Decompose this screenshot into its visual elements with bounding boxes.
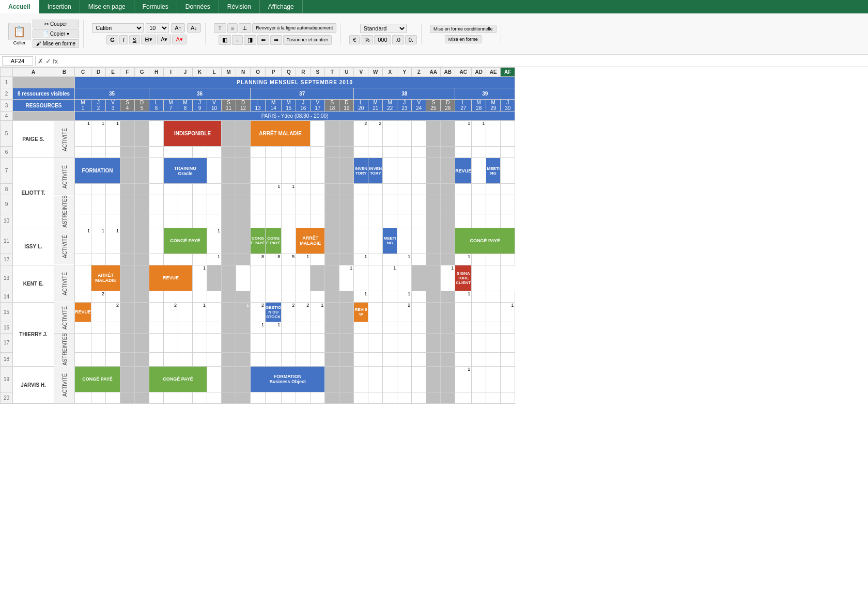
wrap-text-button[interactable]: Renvoyer à la ligne automatiquement: [252, 23, 336, 33]
dec-inc-button[interactable]: .0: [392, 35, 404, 44]
r12i: [164, 254, 178, 265]
italic-button[interactable]: I: [119, 35, 128, 44]
paige-d27[interactable]: 1: [455, 121, 472, 147]
currency-button[interactable]: €: [349, 35, 360, 44]
col-s[interactable]: S: [311, 68, 325, 77]
couper-button[interactable]: ✂ Couper: [33, 20, 79, 28]
paige-d1[interactable]: 1: [75, 121, 91, 147]
paige-d23[interactable]: [397, 121, 412, 147]
col-y[interactable]: Y: [397, 68, 412, 77]
tab-affichage[interactable]: Affichage: [260, 0, 303, 13]
col-h[interactable]: H: [149, 68, 164, 77]
cell-reference[interactable]: [2, 56, 33, 66]
dec-dec-button[interactable]: 0.: [405, 35, 417, 44]
col-n[interactable]: N: [236, 68, 251, 77]
paige-d6[interactable]: [149, 121, 164, 147]
col-p[interactable]: P: [266, 68, 282, 77]
percent-button[interactable]: %: [361, 35, 373, 44]
r7x: [383, 158, 397, 184]
r11l[interactable]: 1: [207, 228, 222, 254]
align-bottom[interactable]: ⊥: [239, 23, 251, 33]
r18ac: [455, 352, 472, 366]
col-l[interactable]: L: [207, 68, 222, 77]
col-c[interactable]: C: [75, 68, 91, 77]
merge-center-button[interactable]: Fusionner et centrer: [283, 35, 332, 45]
col-ab[interactable]: AB: [441, 68, 455, 77]
tab-accueil[interactable]: Accueil: [0, 0, 39, 13]
paige-d17[interactable]: [311, 121, 325, 147]
r13af: [486, 265, 501, 291]
format-select[interactable]: Standard: [360, 24, 407, 33]
paige-d2[interactable]: 1: [91, 121, 106, 147]
col-b[interactable]: B: [54, 68, 75, 77]
align-center[interactable]: ≡: [232, 35, 242, 45]
col-ad[interactable]: AD: [472, 68, 486, 77]
paige-d28[interactable]: 1: [472, 121, 486, 147]
mise-en-forme-button[interactable]: 🖌 Mise en forme: [33, 39, 79, 48]
col-af[interactable]: AF: [501, 68, 515, 77]
paige-d24[interactable]: [412, 121, 426, 147]
r10ab: [441, 214, 455, 228]
border-button[interactable]: ⊞▾: [141, 35, 156, 44]
font-size-select[interactable]: 10: [146, 23, 169, 33]
col-aa[interactable]: AA: [426, 68, 441, 77]
col-ac[interactable]: AC: [455, 68, 472, 77]
col-g[interactable]: G: [135, 68, 149, 77]
r16j: [178, 322, 193, 333]
col-t[interactable]: T: [325, 68, 339, 77]
tab-insertion[interactable]: Insertion: [39, 0, 80, 13]
col-r[interactable]: R: [296, 68, 311, 77]
align-top[interactable]: ⊤: [214, 23, 226, 33]
font-size-down[interactable]: A↓: [187, 23, 201, 33]
fill-color-button[interactable]: A▾: [157, 35, 171, 44]
paige-d22[interactable]: [383, 121, 397, 147]
day-m28: M28: [472, 100, 486, 112]
col-i[interactable]: I: [164, 68, 178, 77]
col-m[interactable]: M: [222, 68, 236, 77]
conditional-format-button[interactable]: Mise en forme conditionnelle: [430, 25, 497, 33]
col-k[interactable]: K: [193, 68, 207, 77]
col-e[interactable]: E: [106, 68, 120, 77]
cell-styles-button[interactable]: Mise en forme: [445, 35, 482, 43]
col-ae[interactable]: AE: [486, 68, 501, 77]
tab-revision[interactable]: Révision: [219, 0, 260, 13]
paige-d30[interactable]: [501, 121, 515, 147]
thousands-button[interactable]: 000: [374, 35, 391, 44]
tab-donnees[interactable]: Données: [177, 0, 219, 13]
coller-button[interactable]: 📋: [8, 23, 30, 40]
align-right[interactable]: ◨: [244, 35, 256, 45]
font-size-up[interactable]: A↑: [171, 23, 185, 33]
col-f[interactable]: F: [120, 68, 135, 77]
col-o[interactable]: O: [251, 68, 266, 77]
col-w[interactable]: W: [368, 68, 383, 77]
col-q[interactable]: Q: [282, 68, 296, 77]
paige-d21[interactable]: 2: [368, 121, 383, 147]
indent-dec[interactable]: ⬅: [257, 35, 269, 45]
paige-d20[interactable]: 2: [354, 121, 368, 147]
col-z[interactable]: Z: [412, 68, 426, 77]
copier-button[interactable]: 📄 Copier ▾: [33, 29, 79, 38]
font-color-button[interactable]: A▾: [172, 35, 186, 44]
r11c[interactable]: 1: [75, 228, 91, 254]
col-j[interactable]: J: [178, 68, 193, 77]
formula-input[interactable]: [60, 57, 866, 65]
align-left[interactable]: ◧: [219, 35, 231, 45]
col-a[interactable]: A: [13, 68, 54, 77]
col-d[interactable]: D: [91, 68, 106, 77]
col-u[interactable]: U: [339, 68, 354, 77]
indent-inc[interactable]: ➡: [270, 35, 282, 45]
font-select[interactable]: Calibri: [92, 23, 144, 33]
spreadsheet-wrapper[interactable]: A B C D E F G H I J K L M N O P Q R S T …: [0, 67, 868, 591]
paige-d29[interactable]: [486, 121, 501, 147]
paige-d3[interactable]: 1: [106, 121, 120, 147]
underline-button[interactable]: S: [129, 35, 140, 44]
tab-mise-en-page[interactable]: Mise en page: [80, 0, 134, 13]
align-middle[interactable]: ≡: [227, 23, 238, 33]
r16i: [164, 322, 178, 333]
r11e[interactable]: 1: [106, 228, 120, 254]
col-v[interactable]: V: [354, 68, 368, 77]
col-x[interactable]: X: [383, 68, 397, 77]
bold-button[interactable]: G: [106, 35, 118, 44]
r11d[interactable]: 1: [91, 228, 106, 254]
tab-formules[interactable]: Formules: [134, 0, 177, 13]
